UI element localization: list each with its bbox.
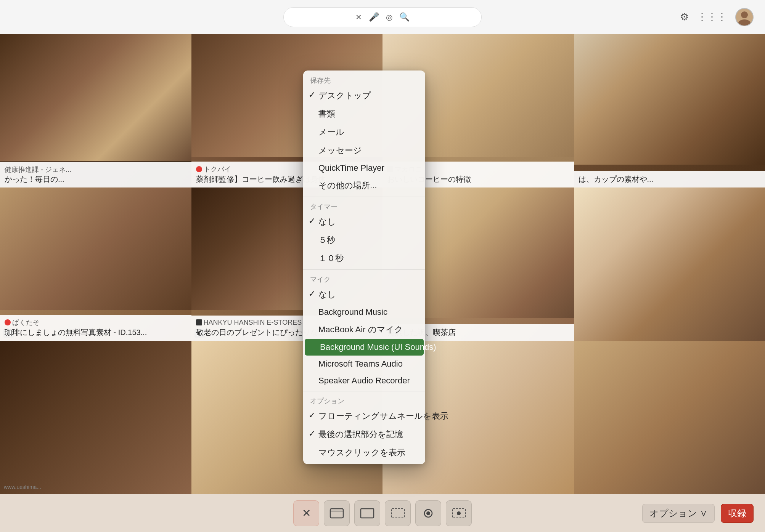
menu-item-mic-none[interactable]: なし [303, 285, 425, 304]
options-section-label: オプション [303, 393, 425, 407]
close-icon[interactable]: ✕ [355, 13, 362, 22]
apps-icon[interactable]: ⋮⋮⋮ [697, 11, 727, 23]
search-icon[interactable]: 🔍 [399, 12, 410, 22]
menu-item-documents[interactable]: 書類 [303, 105, 425, 123]
menu-item-macbook-air[interactable]: MacBook Air のマイク [303, 320, 425, 339]
separator [303, 197, 425, 197]
menu-item-timer-none[interactable]: なし [303, 213, 425, 231]
selection-record-button[interactable] [446, 500, 472, 526]
bottom-toolbar: ✕ オプション ∨ 収録 [0, 494, 765, 532]
avatar[interactable] [735, 8, 754, 26]
svg-point-1 [738, 19, 751, 26]
menu-item-other[interactable]: その他の場所... [303, 176, 425, 195]
menu-item-floating-thumbnail[interactable]: フローティングサムネールを表示 [303, 407, 425, 425]
grid-cell[interactable] [574, 187, 765, 341]
svg-point-9 [457, 511, 461, 515]
options-button[interactable]: オプション ∨ [642, 504, 715, 523]
menu-item-10sec[interactable]: １０秒 [303, 249, 425, 268]
cell-label: は、カップの素材や... [574, 171, 765, 187]
close-icon: ✕ [302, 507, 311, 519]
menu-item-quicktime[interactable]: QuickTime Player [303, 160, 425, 176]
menu-item-bg-music-ui[interactable]: Background Music (UI Sounds) [305, 339, 424, 356]
menu-item-speaker-audio[interactable]: Speaker Audio Recorder [303, 372, 425, 389]
mic-section-label: マイク [303, 272, 425, 285]
full-screen-button[interactable] [354, 500, 380, 526]
window-capture-button[interactable] [324, 500, 350, 526]
cell-label: ぱくたそ 珈琲にしましょの無料写真素材 - ID.153... [0, 315, 191, 341]
grid-cell[interactable] [574, 341, 765, 494]
context-menu: 保存先 デスクトップ 書類 メール メッセージ QuickTime Player… [303, 71, 425, 464]
camera-icon[interactable]: ◎ [386, 13, 392, 22]
grid-cell[interactable]: www.ueshima... [0, 341, 191, 494]
cell-label: 健康推進課 - ジェネ... かった！毎日の... [0, 162, 191, 187]
screen-record-button[interactable] [415, 500, 441, 526]
svg-point-0 [741, 11, 748, 18]
search-bar: ✕ 🎤 ◎ 🔍 [283, 7, 482, 27]
menu-item-desktop[interactable]: デスクトップ [303, 87, 425, 105]
svg-rect-2 [330, 509, 343, 518]
menu-item-ms-teams[interactable]: Microsoft Teams Audio [303, 356, 425, 372]
svg-rect-5 [391, 509, 404, 518]
save-section-label: 保存先 [303, 73, 425, 87]
settings-icon[interactable]: ⚙ [680, 11, 689, 23]
menu-item-bg-music[interactable]: Background Music [303, 304, 425, 320]
selection-button[interactable] [385, 500, 411, 526]
grid-cell[interactable]: は、カップの素材や... [574, 34, 765, 187]
svg-point-7 [426, 511, 430, 515]
timer-section-label: タイマー [303, 199, 425, 213]
mic-icon[interactable]: 🎤 [369, 12, 379, 22]
toolbar-right: オプション ∨ 収録 [642, 504, 754, 523]
svg-rect-4 [361, 509, 374, 518]
record-button[interactable]: 収録 [721, 504, 754, 523]
grid-cell[interactable]: 🖼 ぱくたそ 珈琲にしましょの無料写真素材 - ID.153... [0, 187, 191, 341]
separator [303, 269, 425, 270]
menu-item-mail[interactable]: メール [303, 123, 425, 141]
menu-item-show-mouse-click[interactable]: マウスクリックを表示 [303, 444, 425, 462]
close-button[interactable]: ✕ [293, 500, 319, 526]
browser-bar: ✕ 🎤 ◎ 🔍 ⚙ ⋮⋮⋮ [0, 0, 765, 34]
browser-right: ⚙ ⋮⋮⋮ [680, 8, 754, 26]
menu-item-5sec[interactable]: ５秒 [303, 231, 425, 249]
separator [303, 391, 425, 391]
menu-item-messages[interactable]: メッセージ [303, 141, 425, 160]
menu-item-remember-selection[interactable]: 最後の選択部分を記憶 [303, 425, 425, 444]
grid-cell[interactable]: 健康推進課 - ジェネ... かった！毎日の... [0, 34, 191, 187]
